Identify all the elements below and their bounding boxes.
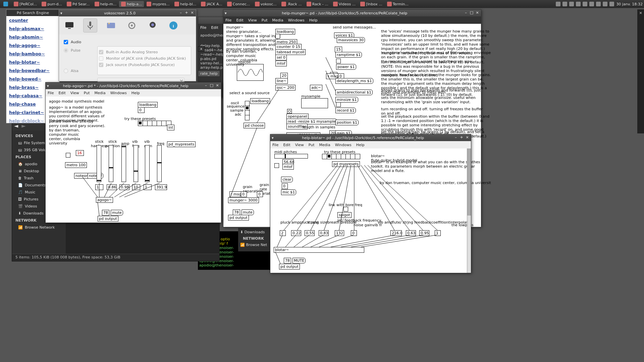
clock[interactable]: 30 janv. 18:32: [616, 2, 643, 6]
close-button[interactable]: ×: [190, 11, 195, 15]
close-tab-button[interactable]: x: [198, 46, 205, 52]
maximize-button[interactable]: +: [184, 11, 189, 15]
pd-subpatch[interactable]: pd output: [228, 215, 249, 221]
tab-info[interactable]: i: [166, 18, 180, 33]
pd-subpatch[interactable]: pd output: [279, 264, 300, 269]
pd-radio[interactable]: [138, 121, 171, 126]
task-8[interactable]: Connec...: [225, 1, 252, 7]
menu-windows[interactable]: Windows: [110, 91, 127, 95]
pd-number[interactable]: 0.86: [107, 184, 117, 190]
pd-message[interactable]: ambidirectional $1: [335, 89, 373, 95]
pd-message[interactable]: delaylength_ms $1: [335, 78, 373, 84]
task-3[interactable]: help-m...: [93, 1, 119, 7]
tab-screen[interactable]: [62, 18, 76, 33]
task-4[interactable]: help-a...: [119, 1, 144, 7]
pd-number[interactable]: 391.9: [155, 184, 167, 190]
pd-subpatch[interactable]: pd mypresets: [332, 161, 360, 167]
pd-number[interactable]: 20: [280, 73, 288, 78]
search-item[interactable]: help-bowedbar~: [6, 66, 59, 75]
pd-slider[interactable]: [145, 145, 150, 182]
pd-slider[interactable]: [97, 145, 101, 182]
menu-file[interactable]: File: [200, 25, 206, 30]
pd-object[interactable]: int: [167, 125, 174, 130]
maximize-button[interactable]: □: [469, 11, 474, 15]
volume-icon[interactable]: [609, 2, 614, 6]
menu-help[interactable]: Help: [131, 91, 140, 95]
tray-icon[interactable]: [589, 2, 594, 6]
pd-number[interactable]: 0.22: [291, 230, 301, 236]
pd-toggle[interactable]: [275, 34, 280, 39]
pd-array-graph[interactable]: [237, 64, 264, 81]
pd-message[interactable]: ramptime $1: [335, 52, 362, 58]
search-item[interactable]: help-blotar~: [6, 58, 59, 66]
pd-message[interactable]: maxvoices 30: [337, 37, 365, 43]
menu-view[interactable]: View: [248, 18, 257, 22]
pd-number[interactable]: 0: [138, 107, 145, 113]
pd-toggle[interactable]: [66, 153, 70, 158]
tray-icon[interactable]: [569, 2, 574, 6]
pd-object[interactable]: adc~: [310, 85, 322, 90]
pd-subpatch[interactable]: pd output: [98, 216, 118, 222]
close-button[interactable]: ×: [637, 11, 644, 15]
pd-message[interactable]: position $1: [335, 120, 359, 125]
menu-media[interactable]: Media: [319, 143, 330, 147]
minimize-button[interactable]: –: [204, 83, 208, 88]
pd-number[interactable]: 0.55: [305, 230, 315, 236]
pd-subpatch[interactable]: pd choose: [244, 123, 265, 128]
menu-put[interactable]: Put: [309, 143, 315, 147]
app-menu[interactable]: [1, 1, 11, 7]
pd-number[interactable]: 78: [233, 209, 240, 215]
pd-number[interactable]: 216.0: [390, 230, 402, 236]
pd-message[interactable]: clear: [281, 177, 293, 182]
pd-number[interactable]: 132: [335, 230, 344, 236]
pd-message[interactable]: power $1: [336, 64, 356, 70]
pd-radio[interactable]: [245, 101, 250, 120]
pd-message[interactable]: record $1: [335, 108, 356, 113]
maximize-button[interactable]: □: [209, 83, 214, 88]
search-item[interactable]: help-bamboo~: [6, 50, 59, 58]
search-item[interactable]: help-agogo~: [6, 41, 59, 50]
task-2[interactable]: Pd Sear...: [65, 1, 92, 7]
menu-media[interactable]: Media: [272, 18, 283, 22]
pd-number[interactable]: 15: [335, 47, 342, 52]
close-button[interactable]: ×: [475, 11, 480, 15]
pd-message[interactable]: MUTE: [292, 258, 306, 263]
pd-number[interactable]: 0.83: [319, 230, 329, 236]
search-item[interactable]: help-absmax~: [6, 24, 59, 33]
pd-radio[interactable]: [322, 154, 360, 159]
audio-checkbox[interactable]: [64, 40, 68, 44]
pd-toggle[interactable]: [336, 59, 341, 63]
pd-subpatch[interactable]: pd_mypresets: [167, 141, 196, 147]
task-7[interactable]: JACK A...: [199, 1, 224, 7]
pd-object[interactable]: osc~ 200: [275, 85, 296, 90]
task-14[interactable]: Termin...: [385, 1, 411, 7]
task-5[interactable]: mypres...: [145, 1, 171, 7]
pd-slider[interactable]: [157, 145, 162, 182]
tab-video[interactable]: [104, 18, 118, 33]
pd-object[interactable]: loadbang: [250, 98, 270, 104]
pd-object[interactable]: loadbang: [138, 102, 158, 108]
menu-put[interactable]: Put: [262, 18, 268, 22]
pd-number[interactable]: 0: [282, 183, 288, 189]
tray-icon[interactable]: [596, 2, 601, 6]
tab-webcam[interactable]: [146, 18, 160, 33]
menu-windows[interactable]: Windows: [288, 18, 305, 22]
menu-put[interactable]: Put: [84, 91, 90, 95]
task-0[interactable]: [PeRCol...: [12, 1, 39, 7]
pd-number[interactable]: 0: [257, 191, 263, 197]
menu-help[interactable]: Help: [309, 18, 318, 22]
pd-message[interactable]: mute: [241, 209, 254, 215]
tray-icon[interactable]: [556, 2, 560, 6]
task-11[interactable]: Rack - ...: [305, 1, 330, 7]
close-button[interactable]: ×: [465, 135, 470, 140]
menu-edit[interactable]: Edit: [236, 18, 243, 22]
pd-hslider[interactable]: [274, 154, 308, 159]
menu-help[interactable]: Help: [356, 143, 365, 147]
task-1[interactable]: purr-d...: [40, 1, 64, 7]
pd-number[interactable]: 1: [144, 184, 152, 190]
pd-number[interactable]: 0: [241, 191, 247, 197]
pd-object[interactable]: sel 0: [275, 55, 287, 60]
pd-object[interactable]: spigot: [337, 212, 352, 218]
pd-object[interactable]: agogo~: [96, 197, 113, 203]
pd-toggle[interactable]: [274, 163, 279, 168]
